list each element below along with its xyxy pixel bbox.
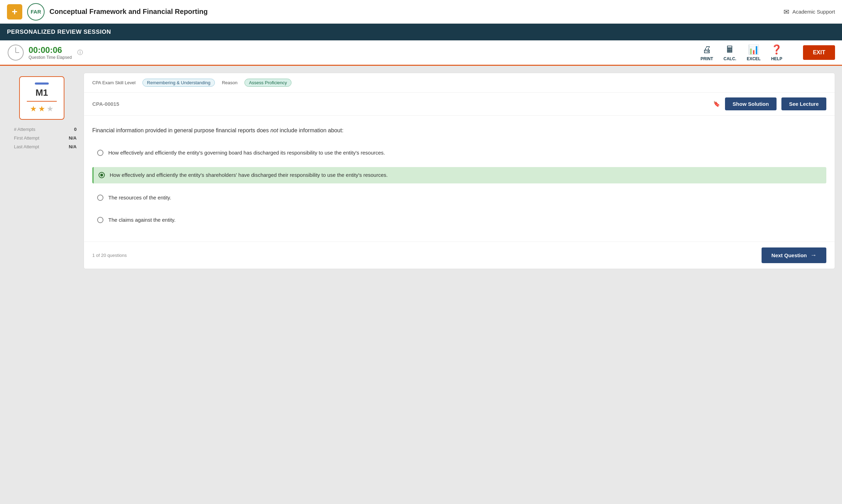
top-header: + FAR Conceptual Framework and Financial… [0,0,842,24]
option-a-text: How effectively and efficiently the enti… [108,149,385,157]
timer-display: 00:00:06 [29,45,72,55]
attempts-value: 0 [74,127,77,132]
toolbar-row: 00:00:06 Question Time Elapsed ⓘ 🖨 PRINT… [0,40,842,66]
option-c[interactable]: The resources of the entity. [92,190,826,206]
badge-divider [27,101,57,102]
arrow-right-icon: → [810,252,817,259]
print-icon: 🖨 [702,44,711,55]
radio-a[interactable] [97,150,103,156]
question-toolbar: CPA-00015 🔖 Show Solution See Lecture [84,93,835,116]
print-button[interactable]: 🖨 PRINT [701,44,713,61]
skill-level-badge: Remembering & Understanding [142,79,215,87]
reason-badge: Assess Proficiency [244,79,291,87]
timer-label: Question Time Elapsed [29,55,72,60]
radio-b[interactable] [99,172,105,178]
clock-icon [7,44,24,61]
timer-section: 00:00:06 Question Time Elapsed ⓘ [7,44,83,61]
badge-bar [35,82,49,85]
radio-d[interactable] [97,217,103,223]
help-label: HELP [771,56,782,61]
help-icon: ❓ [771,44,782,55]
star-2: ★ [38,104,45,113]
header-left: + FAR Conceptual Framework and Financial… [7,3,208,21]
far-badge: FAR [27,3,45,21]
questions-count: 1 of 20 questions [92,253,127,258]
main-content: M1 ★ ★ ★ # Attempts 0 First Attempt N/A … [0,66,842,276]
help-button[interactable]: ❓ HELP [771,44,782,61]
plus-button[interactable]: + [7,4,22,19]
question-panel: CPA Exam Skill Level Remembering & Under… [84,73,835,269]
last-attempt-value: N/A [69,144,77,149]
badge-container: M1 ★ ★ ★ [19,76,64,120]
last-attempt-row: Last Attempt N/A [14,144,77,149]
attempts-row: # Attempts 0 [14,127,77,132]
question-text: Financial information provided in genera… [92,126,826,135]
toolbar-tools: 🖨 PRINT 🖩 CALC. 📊 EXCEL ❓ HELP EXIT [701,44,835,61]
radio-c[interactable] [97,195,103,201]
next-question-button[interactable]: Next Question → [762,247,826,263]
reason-label: Reason [222,80,237,85]
bookmark-icon[interactable]: 🔖 [713,101,720,107]
excel-label: EXCEL [747,56,761,61]
attempts-label: # Attempts [14,127,35,132]
first-attempt-value: N/A [69,135,77,141]
star-1: ★ [30,104,37,113]
option-a[interactable]: How effectively and efficiently the enti… [92,145,826,161]
calc-button[interactable]: 🖩 CALC. [724,44,736,61]
skill-level-label: CPA Exam Skill Level [92,80,135,85]
last-attempt-label: Last Attempt [14,144,39,149]
question-footer: 1 of 20 questions Next Question → [84,242,835,269]
excel-icon: 📊 [748,44,759,55]
first-attempt-row: First Attempt N/A [14,135,77,141]
session-banner: PERSONALIZED REVIEW SESSION [0,24,842,40]
star-3: ★ [47,104,54,113]
next-label: Next Question [771,252,807,258]
option-d[interactable]: The claims against the entity. [92,212,826,228]
calc-icon: 🖩 [725,44,734,55]
session-banner-title: PERSONALIZED REVIEW SESSION [7,29,111,35]
badge-label: M1 [36,87,48,98]
radio-b-inner [100,174,103,176]
question-body: Financial information provided in genera… [84,116,835,242]
stars-row: ★ ★ ★ [30,104,54,113]
info-icon[interactable]: ⓘ [77,49,83,56]
left-sidebar: M1 ★ ★ ★ # Attempts 0 First Attempt N/A … [7,73,77,269]
calc-label: CALC. [724,56,736,61]
exit-button[interactable]: EXIT [803,45,835,60]
see-lecture-button[interactable]: See Lecture [781,97,826,110]
mail-icon: ✉ [783,8,789,16]
question-id: CPA-00015 [92,101,119,107]
first-attempt-label: First Attempt [14,135,39,141]
header-right: ✉ Academic Support [783,8,835,16]
option-b[interactable]: How effectively and efficiently the enti… [92,167,826,183]
stats-section: # Attempts 0 First Attempt N/A Last Atte… [7,127,77,153]
header-title: Conceptual Framework and Financial Repor… [49,8,208,16]
option-c-text: The resources of the entity. [108,194,171,202]
show-solution-button[interactable]: Show Solution [725,97,777,110]
question-header: CPA Exam Skill Level Remembering & Under… [84,73,835,93]
academic-support-link[interactable]: Academic Support [792,9,835,15]
excel-button[interactable]: 📊 EXCEL [747,44,761,61]
option-d-text: The claims against the entity. [108,216,176,224]
timer-info: 00:00:06 Question Time Elapsed [29,45,72,60]
print-label: PRINT [701,56,713,61]
option-b-text: How effectively and efficiently the enti… [110,171,388,179]
